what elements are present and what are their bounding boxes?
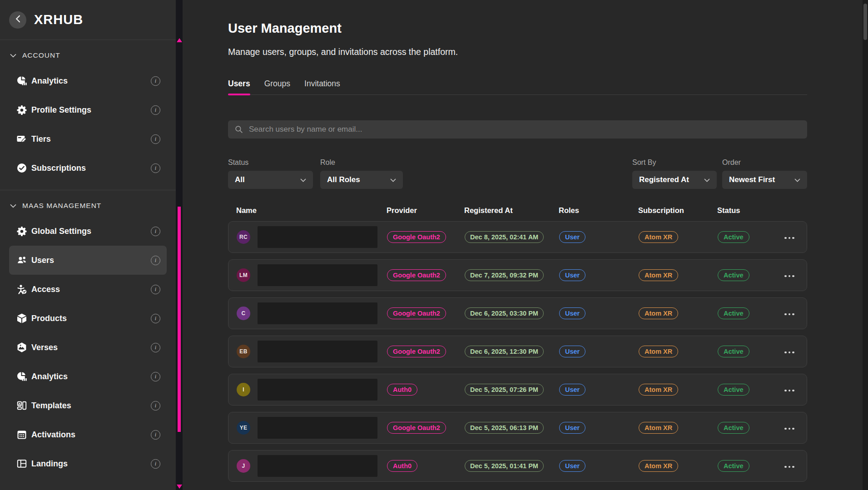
sort-by-filter-value: Registered At	[639, 175, 689, 184]
row-menu-button[interactable]	[784, 234, 795, 242]
registered-at-badge: Dec 5, 2025, 07:26 PM	[465, 384, 544, 396]
sidebar-item-templates[interactable]: Templates i	[9, 391, 167, 420]
sidebar-item-analytics[interactable]: Analytics i	[9, 66, 167, 95]
table-header: Name Provider Registered At Roles Subscr…	[228, 206, 807, 215]
info-icon[interactable]: i	[151, 285, 160, 294]
info-icon[interactable]: i	[151, 76, 160, 86]
provider-badge: Google Oauth2	[387, 422, 446, 434]
sidebar-item-profile-settings[interactable]: Profile Settings i	[9, 95, 167, 124]
subscription-badge: Atom XR	[639, 460, 678, 472]
info-icon[interactable]: i	[151, 314, 160, 323]
info-icon[interactable]: i	[151, 372, 160, 381]
status-badge: Active	[718, 384, 749, 396]
avatar: RC	[237, 230, 250, 244]
registered-at-badge: Dec 5, 2025, 06:13 PM	[465, 422, 544, 434]
avatar: C	[237, 307, 250, 320]
sidebar-item-tiers[interactable]: Tiers i	[9, 124, 167, 153]
sidebar-section-label: ACCOUNT	[22, 51, 60, 59]
sidebar-section-header[interactable]: MAAS MANAGEMENT	[0, 195, 176, 217]
tab-invitations[interactable]: Invitations	[304, 79, 340, 94]
info-icon[interactable]: i	[151, 227, 160, 236]
redacted-name	[258, 226, 377, 248]
table-row[interactable]: EB Google Oauth2 Dec 6, 2025, 12:30 PM U…	[228, 336, 807, 367]
info-icon[interactable]: i	[151, 256, 160, 265]
window-scrollbar-thumb[interactable]	[863, 4, 867, 40]
sidebar-scrollbar-thumb[interactable]	[178, 207, 181, 432]
info-icon[interactable]: i	[151, 134, 160, 144]
sidebar-item-access[interactable]: Access i	[9, 275, 167, 304]
sort-by-filter: Sort By Registered At	[632, 158, 717, 189]
page-title: User Management	[228, 21, 807, 36]
status-badge: Active	[718, 231, 749, 243]
activations-icon	[16, 429, 27, 440]
role-badge: User	[559, 307, 585, 319]
info-icon[interactable]: i	[151, 105, 160, 115]
table-row[interactable]: I Auth0 Dec 5, 2025, 07:26 PM User Atom …	[228, 374, 807, 406]
sidebar-section-header[interactable]: ACCOUNT	[0, 45, 176, 66]
tab-bar: Users Groups Invitations	[228, 79, 807, 95]
access-icon	[16, 284, 27, 295]
status-badge: Active	[718, 307, 749, 319]
status-badge: Active	[718, 346, 749, 357]
row-menu-button[interactable]	[784, 425, 795, 433]
sidebar-item-global-settings[interactable]: Global Settings i	[9, 217, 167, 246]
info-icon[interactable]: i	[151, 430, 160, 440]
status-badge: Active	[718, 422, 749, 434]
status-badge: Active	[718, 269, 749, 281]
gear-icon	[16, 226, 27, 237]
tab-groups[interactable]: Groups	[264, 79, 290, 94]
users-icon	[16, 255, 27, 266]
chevron-down-icon	[704, 175, 710, 184]
order-filter-select[interactable]: Newest First	[722, 171, 807, 189]
sidebar-item-verses[interactable]: Verses i	[9, 333, 167, 362]
redacted-name	[258, 417, 377, 439]
search-input[interactable]	[248, 124, 800, 134]
table-row[interactable]: YE Google Oauth2 Dec 5, 2025, 06:13 PM U…	[228, 412, 807, 444]
column-header-status: Status	[717, 206, 783, 215]
avatar: LM	[237, 268, 250, 282]
tab-users[interactable]: Users	[228, 79, 250, 94]
table-row[interactable]: J Auth0 Dec 5, 2025, 01:41 PM User Atom …	[228, 450, 807, 482]
role-badge: User	[559, 422, 585, 434]
table-row[interactable]: LM Google Oauth2 Dec 7, 2025, 09:32 PM U…	[228, 259, 807, 291]
registered-at-badge: Dec 7, 2025, 09:32 PM	[465, 269, 544, 281]
sidebar-item-analytics[interactable]: Analytics i	[9, 362, 167, 391]
info-icon[interactable]: i	[151, 163, 160, 173]
filter-group-right: Sort By Registered At Order Newest First	[632, 158, 807, 189]
sidebar-item-activations[interactable]: Activations i	[9, 420, 167, 449]
row-menu-button[interactable]	[784, 463, 795, 471]
search-icon	[235, 125, 243, 134]
chevron-down-icon	[300, 175, 306, 184]
collapse-sidebar-button[interactable]	[9, 11, 26, 29]
sidebar-section-items: Analytics i Profile Settings i Tiers i S…	[0, 66, 176, 183]
status-filter: Status All	[228, 158, 313, 189]
row-menu-button[interactable]	[784, 272, 795, 280]
redacted-name	[258, 455, 377, 477]
sidebar-section-label: MAAS MANAGEMENT	[22, 202, 101, 210]
scroll-up-arrow-icon[interactable]	[177, 38, 182, 42]
status-filter-select[interactable]: All	[228, 171, 313, 189]
row-menu-button[interactable]	[784, 387, 795, 395]
redacted-name	[258, 379, 377, 401]
sidebar-item-users[interactable]: Users i	[9, 246, 167, 275]
check-circle-icon	[16, 163, 27, 173]
info-icon[interactable]: i	[151, 343, 160, 352]
info-icon[interactable]: i	[151, 459, 160, 469]
window-scrollbar-track[interactable]	[863, 0, 868, 490]
role-filter-select[interactable]: All Roles	[320, 171, 403, 189]
row-menu-button[interactable]	[784, 349, 795, 356]
sort-by-filter-select[interactable]: Registered At	[632, 171, 717, 189]
gear-icon	[16, 104, 27, 115]
scroll-down-arrow-icon[interactable]	[177, 485, 182, 489]
sidebar-scrollbar-track[interactable]	[176, 0, 183, 490]
info-icon[interactable]: i	[151, 401, 160, 411]
row-menu-button[interactable]	[784, 311, 795, 318]
registered-at-badge: Dec 5, 2025, 01:41 PM	[465, 460, 544, 472]
column-header-subscription: Subscription	[638, 206, 717, 215]
sidebar-item-landings[interactable]: Landings i	[9, 449, 167, 478]
sidebar-item-products[interactable]: Products i	[9, 304, 167, 333]
sidebar-item-subscriptions[interactable]: Subscriptions i	[9, 153, 167, 183]
app-logo: XRHUB	[34, 12, 83, 27]
table-row[interactable]: C Google Oauth2 Dec 6, 2025, 03:30 PM Us…	[228, 297, 807, 329]
table-row[interactable]: RC Google Oauth2 Dec 8, 2025, 02:41 AM U…	[228, 221, 807, 253]
